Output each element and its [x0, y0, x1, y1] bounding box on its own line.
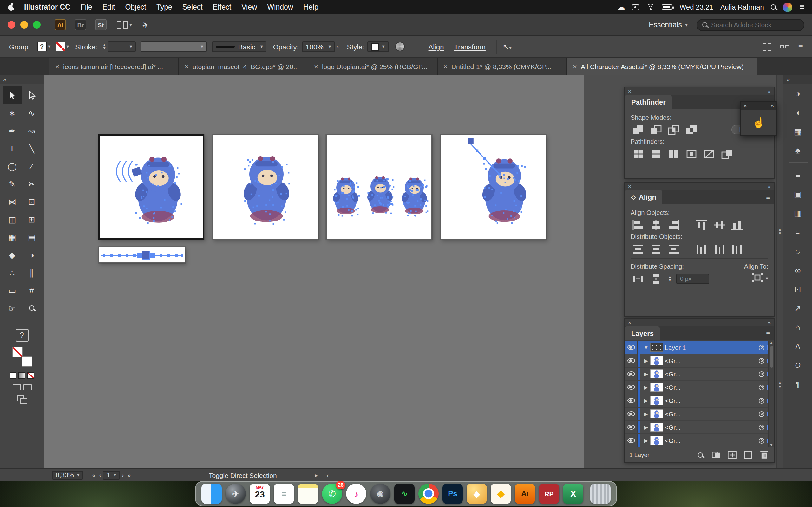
vertical-align-bottom-icon[interactable]	[729, 218, 745, 231]
collapse-panel-icon[interactable]: »	[768, 183, 771, 189]
artboard-number-dropdown[interactable]: 1▾	[103, 470, 120, 480]
artboard-1[interactable]	[98, 134, 204, 239]
direct-selection-tool[interactable]	[22, 86, 42, 104]
symbol-libraries-panel-icon[interactable]: ◌	[788, 243, 807, 259]
menu-select[interactable]: Select	[183, 3, 203, 11]
zoom-level-dropdown[interactable]: 8,33%▾	[52, 470, 84, 480]
artboards-panel-icon[interactable]: ⊡	[788, 281, 807, 297]
panel-scroll-strip[interactable]: ▲ ▼ ▲ ▼	[776, 75, 783, 468]
delete-selection-icon[interactable]	[758, 450, 769, 460]
recolor-artwork-icon[interactable]	[396, 42, 405, 51]
gradient-swatch-icon[interactable]	[18, 372, 26, 379]
menu-help[interactable]: Help	[303, 3, 318, 11]
libraries-panel-icon[interactable]: ⌂	[788, 319, 807, 335]
width-profile-dropdown[interactable]: ▾	[141, 41, 207, 52]
stroke-chevron-icon[interactable]: ▾	[66, 44, 69, 49]
stroke-weight-stepper[interactable]: ▲▼	[102, 43, 106, 50]
tab-align[interactable]: ◇Align	[625, 190, 663, 204]
minimize-window-button[interactable]	[20, 21, 28, 29]
close-tab-icon[interactable]: ×	[573, 63, 577, 70]
fill-stroke-indicator[interactable]	[12, 347, 32, 367]
column-graph-tool[interactable]: ∥	[22, 264, 42, 281]
control-bar-menu-icon[interactable]: ≡	[798, 43, 803, 50]
curvature-tool[interactable]: ↝	[22, 122, 42, 139]
target-icon[interactable]	[759, 358, 764, 363]
close-panel-icon[interactable]: ×	[628, 88, 631, 95]
vertical-distribute-bottom-icon[interactable]	[666, 242, 681, 256]
target-icon[interactable]	[759, 398, 764, 403]
unite-icon[interactable]	[630, 123, 646, 136]
target-icon[interactable]	[759, 344, 764, 350]
document-tab[interactable]: ×Untitled-1* @ 8,33% (CMYK/GP...	[438, 58, 567, 75]
last-artboard-icon[interactable]: »	[128, 472, 131, 478]
magic-wand-tool[interactable]: ∗	[2, 104, 22, 122]
transparency-panel-icon[interactable]: ◒	[788, 224, 807, 240]
apple-menu-icon[interactable]	[8, 3, 15, 11]
menu-object[interactable]: Object	[125, 3, 146, 11]
free-transform-tool[interactable]: ⊡	[22, 193, 42, 210]
canvas[interactable]	[44, 75, 583, 468]
target-icon[interactable]	[759, 424, 764, 430]
divide-icon[interactable]	[630, 147, 646, 160]
layer-name[interactable]: <Gr...	[665, 424, 759, 431]
perspective-grid-tool[interactable]: ⊞	[22, 210, 42, 228]
brush-definition-dropdown[interactable]: Basic▾	[212, 41, 267, 52]
cloud-upload-icon[interactable]: ☁	[618, 3, 625, 11]
menu-effect[interactable]: Effect	[213, 3, 231, 11]
expand-layer-icon[interactable]: ▶	[642, 398, 650, 403]
panel-menu-icon[interactable]: ≡	[766, 193, 770, 201]
swatches-panel-icon[interactable]: ▦	[788, 123, 807, 139]
fill-color-swatch[interactable]: ?	[37, 42, 47, 51]
spotlight-search-icon[interactable]	[771, 4, 776, 9]
artboard-3[interactable]	[326, 134, 432, 239]
layer-name[interactable]: <Gr...	[665, 357, 759, 364]
spacing-stepper[interactable]: ▲▼	[668, 275, 672, 282]
minus-back-icon[interactable]	[719, 147, 734, 160]
shaper-tool-icon[interactable]: ☝	[752, 116, 765, 128]
gradient-panel-icon[interactable]: ▥	[788, 205, 807, 221]
none-swatch-icon[interactable]	[27, 372, 34, 379]
dock-gold-app-icon[interactable]: ◆	[467, 484, 487, 504]
pen-tool[interactable]: ✒	[2, 122, 22, 139]
vertical-distribute-space-icon[interactable]	[648, 272, 664, 285]
dock-axure-icon[interactable]: RP	[539, 484, 559, 504]
menu-view[interactable]: View	[241, 3, 257, 11]
expand-icon[interactable]: »	[771, 103, 774, 109]
eyedropper-tool[interactable]: ◆	[2, 246, 22, 264]
minus-front-icon[interactable]	[648, 123, 664, 136]
layer-name[interactable]: <Gr...	[665, 384, 759, 391]
appearance-panel-icon[interactable]: ▣	[788, 186, 807, 202]
expand-layer-icon[interactable]: ▶	[642, 424, 650, 430]
expand-layer-icon[interactable]: ▶	[642, 438, 650, 443]
expand-layer-icon[interactable]: ▼	[642, 344, 650, 350]
adobe-stock-search[interactable]	[697, 19, 804, 31]
artboard-2[interactable]	[212, 134, 318, 239]
align-to-dropdown[interactable]: ▾	[751, 272, 768, 285]
collapse-tools-icon[interactable]: «	[3, 76, 6, 83]
stock-search-input[interactable]	[711, 21, 794, 29]
merge-icon[interactable]	[666, 147, 681, 160]
dock-reminders-icon[interactable]: ≡	[274, 484, 294, 504]
close-tab-icon[interactable]: ×	[444, 63, 448, 70]
arrange-documents-button[interactable]: ▾	[117, 21, 132, 29]
fill-chevron-icon[interactable]: ▾	[48, 44, 50, 49]
scroll-down-icon[interactable]: ▼	[777, 385, 783, 389]
layer-row[interactable]: ▶<Gr...	[625, 434, 774, 447]
dock-launchpad-icon[interactable]: ✈	[225, 484, 246, 504]
zoom-window-button[interactable]	[33, 21, 41, 29]
menu-window[interactable]: Window	[267, 3, 293, 11]
layer-name[interactable]: <Gr...	[665, 397, 759, 404]
lasso-tool[interactable]: ∿	[22, 104, 42, 122]
floating-tool-panel[interactable]: × » ☝	[740, 101, 777, 135]
target-icon[interactable]	[759, 371, 764, 377]
mesh-tool[interactable]: ▦	[2, 228, 22, 246]
character-panel-icon[interactable]: A	[788, 338, 807, 354]
arrange-documents-icon[interactable]	[763, 43, 772, 50]
next-artboard-icon[interactable]: ›	[122, 472, 124, 478]
select-similar-icon[interactable]: ↖▾	[503, 42, 512, 51]
transform-link[interactable]: Transform	[454, 43, 486, 50]
layer-row[interactable]: ▶<Gr...	[625, 381, 774, 394]
dock-chrome-icon[interactable]	[418, 484, 439, 504]
visibility-toggle[interactable]	[625, 354, 638, 367]
links-panel-icon[interactable]: ∞	[788, 262, 807, 278]
